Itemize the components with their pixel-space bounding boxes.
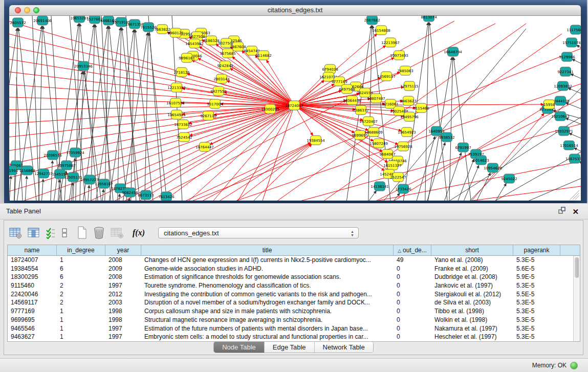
table-settings-icon[interactable] [9, 227, 22, 239]
cell-short[interactable]: Wolkin et al. (1998) [431, 316, 513, 324]
cell-pagerank[interactable]: 5.3E-5 [513, 281, 560, 290]
cell-pagerank[interactable]: 5.3E-5 [513, 316, 560, 324]
zoom-window-button[interactable] [33, 7, 39, 13]
cell-title[interactable]: Genome-wide association studies in ADHD. [141, 265, 394, 273]
cell-short[interactable]: Dudbridge et al. (2008) [431, 273, 513, 281]
cell-short[interactable]: Jankovic et al. (1997) [431, 281, 513, 290]
table-row[interactable]: 977716911998Corpus callosum shape and si… [8, 307, 580, 316]
cell-name[interactable]: 18724007 [8, 256, 57, 265]
cell-title[interactable]: Corpus callosum shape and size in male p… [141, 307, 394, 316]
cell-out_degree[interactable]: 49 [394, 256, 431, 265]
cell-title[interactable]: Investigating the contribution of common… [141, 290, 394, 299]
cell-in_degree[interactable]: 2 [57, 290, 105, 299]
cell-name[interactable]: 19384554 [8, 265, 57, 273]
cell-year[interactable]: 2003 [105, 298, 141, 307]
cell-in_degree[interactable]: 2 [57, 298, 105, 307]
tab-network-table[interactable]: Network Table [314, 342, 373, 353]
table-selector-dropdown[interactable]: citations_edges.txt ▲▼ [158, 227, 359, 238]
cell-name[interactable]: 14569117 [8, 298, 57, 307]
cell-short[interactable]: Nakamura et al. (1997) [431, 324, 513, 333]
cell-out_degree[interactable]: 0 [394, 273, 431, 281]
cell-in_degree[interactable]: 1 [57, 316, 105, 324]
table-row[interactable]: 946362711997Embryonic stem cells: a mode… [8, 333, 580, 341]
cell-year[interactable]: 2008 [105, 256, 141, 265]
table-row[interactable]: 1830029562008Estimation of significance … [8, 273, 580, 281]
cell-in_degree[interactable]: 6 [57, 265, 105, 273]
cell-year[interactable]: 1997 [105, 281, 141, 290]
cell-short[interactable]: Hescheler et al. (1997) [431, 333, 513, 341]
table-row[interactable]: 946554611997Estimation of the future num… [8, 324, 580, 333]
cell-pagerank[interactable]: 5.3E-5 [513, 324, 560, 333]
select-all-check-icon[interactable] [46, 227, 56, 239]
cell-short[interactable]: Tibbo et al. (1998) [431, 307, 513, 316]
column-header-name[interactable]: name [8, 245, 57, 255]
cell-title[interactable]: Structural magnetic resonance image aver… [141, 316, 394, 324]
cell-pagerank[interactable]: 5.3E-5 [513, 298, 560, 307]
trash-icon[interactable] [93, 226, 105, 239]
network-window-titlebar[interactable]: citations_edges.txt [9, 5, 581, 16]
cell-year[interactable]: 1998 [105, 316, 141, 324]
cell-out_degree[interactable]: 0 [394, 290, 431, 299]
cell-name[interactable]: 9115460 [8, 281, 57, 290]
table-row[interactable]: 2242004622012Investigating the contribut… [8, 290, 580, 299]
float-panel-icon[interactable] [558, 207, 566, 216]
cell-name[interactable]: 9699695 [8, 316, 57, 324]
cell-year[interactable]: 2012 [105, 290, 141, 299]
cell-in_degree[interactable]: 1 [57, 307, 105, 316]
cell-title[interactable]: Estimation of the future numbers of pati… [141, 324, 394, 333]
table-scrollbar[interactable] [573, 256, 580, 341]
new-document-icon[interactable] [77, 226, 88, 239]
cell-short[interactable]: Yano et al. (2008) [431, 256, 513, 265]
column-header-year[interactable]: year [105, 245, 141, 255]
cell-name[interactable]: 22420046 [8, 290, 57, 299]
cell-title[interactable]: Disruption of a novel member of a sodium… [141, 298, 394, 307]
cell-year[interactable]: 2008 [105, 273, 141, 281]
cell-year[interactable]: 1997 [105, 333, 141, 341]
rows-icon[interactable] [61, 227, 68, 239]
window-resize-grip[interactable] [570, 190, 579, 200]
cell-out_degree[interactable]: 0 [394, 265, 431, 273]
cell-year[interactable]: 1998 [105, 307, 141, 316]
show-columns-icon[interactable] [28, 227, 40, 239]
cell-year[interactable]: 2009 [105, 265, 141, 273]
column-header-pagerank[interactable]: pagerank [513, 245, 560, 255]
cell-out_degree[interactable]: 0 [394, 298, 431, 307]
cell-in_degree[interactable]: 6 [57, 273, 105, 281]
cell-short[interactable]: Stergiakouli et al. (2012) [431, 290, 513, 299]
column-header-in_degree[interactable]: in_degree [57, 245, 105, 255]
close-window-button[interactable] [15, 7, 21, 13]
cell-name[interactable]: 9463627 [8, 333, 57, 341]
cell-out_degree[interactable]: 0 [394, 307, 431, 316]
cell-out_degree[interactable]: 0 [394, 316, 431, 324]
cell-in_degree[interactable]: 1 [57, 333, 105, 341]
close-panel-icon[interactable]: ✕ [572, 208, 579, 215]
cell-short[interactable]: de Silva et al. (2003) [431, 298, 513, 307]
function-builder-icon[interactable]: f(x) [133, 228, 145, 237]
cell-pagerank[interactable]: 5.3E-5 [513, 256, 560, 265]
cell-pagerank[interactable]: 5.6E-5 [513, 265, 560, 273]
column-header-short[interactable]: short [431, 245, 513, 255]
cell-name[interactable]: 9465546 [8, 324, 57, 333]
cell-year[interactable]: 1997 [105, 324, 141, 333]
memory-ok-led-icon[interactable] [570, 362, 578, 369]
cell-pagerank[interactable]: 5.9E-5 [513, 273, 560, 281]
cell-name[interactable]: 18300295 [8, 273, 57, 281]
cell-name[interactable]: 9777169 [8, 307, 57, 316]
cell-pagerank[interactable]: 5.5E-5 [513, 290, 560, 299]
table-scrollbar-thumb[interactable] [575, 257, 579, 278]
network-graph-canvas[interactable]: 2405572206914061065328715276026466160107… [9, 16, 581, 201]
cell-in_degree[interactable]: 2 [57, 281, 105, 290]
cell-out_degree[interactable]: 0 [394, 324, 431, 333]
cell-out_degree[interactable]: 0 [394, 333, 431, 341]
cell-title[interactable]: Tourette syndrome. Phenomenology and cla… [141, 281, 394, 290]
cell-in_degree[interactable]: 1 [57, 324, 105, 333]
cell-in_degree[interactable]: 1 [57, 256, 105, 265]
table-row[interactable]: 911546021997Tourette syndrome. Phenomeno… [8, 281, 580, 290]
table-row[interactable]: 1872400712008Changes of HCN gene express… [8, 256, 580, 265]
cell-pagerank[interactable]: 5.3E-5 [513, 333, 560, 341]
cell-title[interactable]: Estimation of significance thresholds fo… [141, 273, 394, 281]
table-row[interactable]: 969969511998Structural magnetic resonanc… [8, 316, 580, 324]
cell-short[interactable]: Franke et al. (2009) [431, 265, 513, 273]
cell-out_degree[interactable]: 0 [394, 281, 431, 290]
cell-title[interactable]: Embryonic stem cells: a model to study s… [141, 333, 394, 341]
